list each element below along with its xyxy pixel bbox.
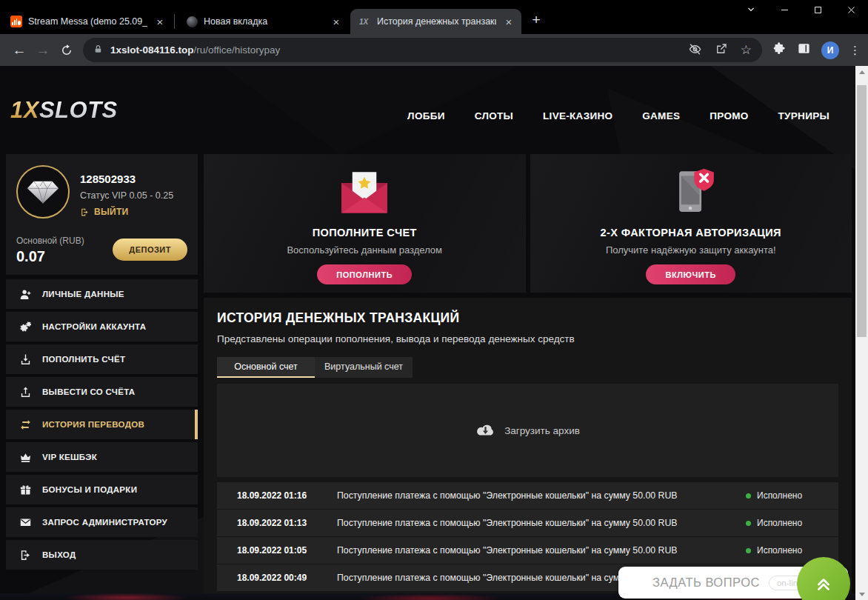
address-bar[interactable]: 1xslot-084116.top/ru/office/historypay ☆ bbox=[83, 38, 762, 62]
url-domain: 1xslot-084116.top bbox=[110, 44, 194, 56]
main-navigation: ЛОББИ СЛОТЫ LIVE-КАЗИНО GAMES ПРОМО ТУРН… bbox=[407, 110, 829, 121]
forward-icon[interactable]: → bbox=[31, 39, 55, 62]
history-panel: ИСТОРИЯ ДЕНЕЖНЫХ ТРАНЗАКЦИЙ Представлены… bbox=[204, 298, 852, 600]
main-content: ПОПОЛНИТЕ СЧЕТ Воспользуйтесь данным раз… bbox=[204, 154, 852, 600]
transaction-date: 18.09.2022 01:13 bbox=[217, 518, 337, 528]
share-icon[interactable] bbox=[715, 42, 728, 58]
transaction-description: Поступление платежа с помощью "Электронн… bbox=[337, 545, 746, 556]
sidebar-item-withdraw[interactable]: ВЫВЕСТИ СО СЧЁТА bbox=[6, 377, 198, 407]
balance-value: 0.07 bbox=[16, 248, 45, 265]
status-dot-icon bbox=[746, 548, 751, 553]
user-card: 128502933 Статус VIP 0.05 - 0.25 ВЫЙТИ О… bbox=[6, 154, 198, 275]
tab-main-account[interactable]: Основной счет bbox=[217, 357, 315, 378]
logout-icon bbox=[80, 207, 90, 217]
table-row[interactable]: 18.09.2022 01:13 Поступление платежа с п… bbox=[217, 510, 838, 536]
sidebar-item-top-up[interactable]: ПОПОЛНИТЬ СЧЁТ bbox=[6, 344, 198, 374]
transaction-date: 18.09.2022 00:49 bbox=[217, 573, 337, 583]
status-badge: Исполнено bbox=[746, 545, 838, 556]
minimize-icon[interactable] bbox=[780, 5, 789, 15]
scrollbar-thumb[interactable] bbox=[857, 85, 867, 337]
scroll-down-icon[interactable] bbox=[855, 588, 868, 600]
nav-tournaments[interactable]: ТУРНИРЫ bbox=[778, 110, 829, 121]
sidebar-item-exit[interactable]: ВЫХОД bbox=[6, 540, 198, 570]
browser-tab-newtab[interactable]: Новая вкладка × bbox=[178, 9, 349, 34]
new-tab-page-icon bbox=[187, 16, 198, 27]
tab-title: История денежных транзакций bbox=[377, 16, 496, 27]
table-row[interactable]: 18.09.2022 01:05 Поступление платежа с п… bbox=[217, 537, 838, 564]
promo-card-2fa: 2-Х ФАКТОРНАЯ АВТОРИЗАЦИЯ Получите надёж… bbox=[530, 154, 852, 293]
browser-tab-history-active[interactable]: 1X История денежных транзакций × bbox=[350, 9, 521, 34]
sidebar-item-account-settings[interactable]: НАСТРОЙКИ АККАУНТА bbox=[6, 312, 198, 341]
scroll-up-icon[interactable] bbox=[855, 66, 868, 78]
browser-menu-icon[interactable]: ⋮ bbox=[849, 44, 861, 57]
browser-window: Stream Messa (demo 25.09_3) by × Новая в… bbox=[0, 0, 868, 600]
download-archive-button[interactable]: Загрузить архив bbox=[217, 384, 838, 477]
chat-widget[interactable]: ЗАДАТЬ ВОПРОС on-line bbox=[618, 567, 848, 599]
top-up-button[interactable]: ПОПОЛНИТЬ bbox=[317, 264, 412, 284]
sidebar-item-personal-data[interactable]: ЛИЧНЫЕ ДАННЫЕ bbox=[6, 279, 198, 309]
close-tab-icon[interactable]: × bbox=[153, 15, 167, 28]
transfer-icon bbox=[19, 419, 32, 431]
tab-title: Новая вкладка bbox=[204, 16, 324, 27]
status-dot-icon bbox=[746, 521, 751, 526]
cloud-download-icon bbox=[475, 423, 495, 439]
logout-link[interactable]: ВЫЙТИ bbox=[80, 207, 129, 217]
close-tab-icon[interactable]: × bbox=[330, 15, 343, 28]
promo-card-top-up: ПОПОЛНИТЕ СЧЕТ Воспользуйтесь данным раз… bbox=[204, 154, 526, 293]
user-id: 128502933 bbox=[80, 173, 136, 185]
close-window-icon[interactable] bbox=[847, 5, 856, 15]
back-icon[interactable]: ← bbox=[7, 39, 31, 62]
tab-virtual-account[interactable]: Виртуальный счет bbox=[315, 357, 413, 378]
deposit-button[interactable]: ДЕПОЗИТ bbox=[113, 239, 187, 261]
page-subtitle: Представлены операции пополнения, вывода… bbox=[217, 333, 838, 344]
soundcloud-icon bbox=[10, 16, 22, 27]
diamond-avatar-icon bbox=[16, 165, 70, 219]
promo-title: 2-Х ФАКТОРНАЯ АВТОРИЗАЦИЯ bbox=[601, 227, 781, 239]
nav-lobby[interactable]: ЛОББИ bbox=[407, 110, 445, 121]
promo-subtitle: Получите надёжную защиту аккаунта! bbox=[606, 244, 776, 256]
mail-icon bbox=[19, 516, 32, 529]
site-content: 1XSLOTS ЛОББИ СЛОТЫ LIVE-КАЗИНО GAMES ПР… bbox=[0, 66, 855, 600]
lock-icon bbox=[93, 44, 103, 57]
close-tab-icon[interactable]: × bbox=[502, 15, 515, 28]
maximize-icon[interactable] bbox=[813, 5, 823, 15]
exit-icon bbox=[19, 549, 32, 561]
1x-favicon: 1X bbox=[359, 18, 371, 26]
profile-avatar[interactable]: И bbox=[821, 41, 839, 59]
reload-icon[interactable] bbox=[55, 39, 79, 62]
sidebar-item-bonuses[interactable]: БОНУСЫ И ПОДАРКИ bbox=[6, 475, 198, 504]
phone-shield-icon bbox=[664, 163, 718, 222]
user-plus-icon bbox=[19, 288, 32, 301]
enable-2fa-button[interactable]: ВКЛЮЧИТЬ bbox=[646, 264, 735, 284]
site-logo[interactable]: 1XSLOTS bbox=[10, 97, 118, 124]
eye-off-icon[interactable] bbox=[688, 42, 702, 59]
sidebar-item-admin-request[interactable]: ЗАПРОС АДМИНИСТРАТОРУ bbox=[6, 507, 198, 537]
bookmark-star-icon[interactable]: ☆ bbox=[741, 44, 752, 56]
promo-subtitle: Воспользуйтесь данным разделом bbox=[287, 244, 442, 256]
new-tab-button[interactable]: + bbox=[526, 10, 547, 30]
window-controls bbox=[746, 4, 856, 15]
chevron-down-icon[interactable] bbox=[746, 4, 756, 15]
chat-label: ЗАДАТЬ ВОПРОС bbox=[652, 576, 760, 590]
logo-slots: SLOTS bbox=[39, 97, 118, 123]
browser-toolbar: ← → 1xslot-084116.top/ru/office/historyp… bbox=[0, 34, 868, 66]
status-badge: Исполнено bbox=[746, 490, 838, 501]
table-row[interactable]: 18.09.2022 01:16 Поступление платежа с п… bbox=[217, 482, 838, 509]
account-sidebar: 128502933 Статус VIP 0.05 - 0.25 ВЫЙТИ О… bbox=[6, 154, 198, 573]
side-panel-icon[interactable] bbox=[797, 41, 811, 59]
extensions-puzzle-icon[interactable] bbox=[772, 41, 787, 59]
vip-status: Статус VIP 0.05 - 0.25 bbox=[80, 190, 173, 201]
sidebar-item-transfer-history[interactable]: ИСТОРИЯ ПЕРЕВОДОВ bbox=[6, 410, 198, 439]
browser-tabstrip: Stream Messa (demo 25.09_3) by × Новая в… bbox=[0, 0, 868, 34]
tab-title: Stream Messa (demo 25.09_3) by bbox=[28, 16, 147, 27]
page-scrollbar[interactable] bbox=[855, 66, 868, 600]
nav-promo[interactable]: ПРОМО bbox=[710, 110, 748, 121]
gears-icon bbox=[19, 321, 32, 333]
account-tabs: Основной счет Виртуальный счет bbox=[217, 357, 838, 378]
transaction-date: 18.09.2022 01:05 bbox=[217, 545, 337, 556]
sidebar-item-vip-cashback[interactable]: VIP КЕШБЭК bbox=[6, 442, 198, 472]
nav-games[interactable]: GAMES bbox=[642, 110, 680, 121]
nav-live-casino[interactable]: LIVE-КАЗИНО bbox=[543, 110, 612, 121]
nav-slots[interactable]: СЛОТЫ bbox=[475, 110, 513, 121]
browser-tab-stream[interactable]: Stream Messa (demo 25.09_3) by × bbox=[1, 9, 173, 34]
